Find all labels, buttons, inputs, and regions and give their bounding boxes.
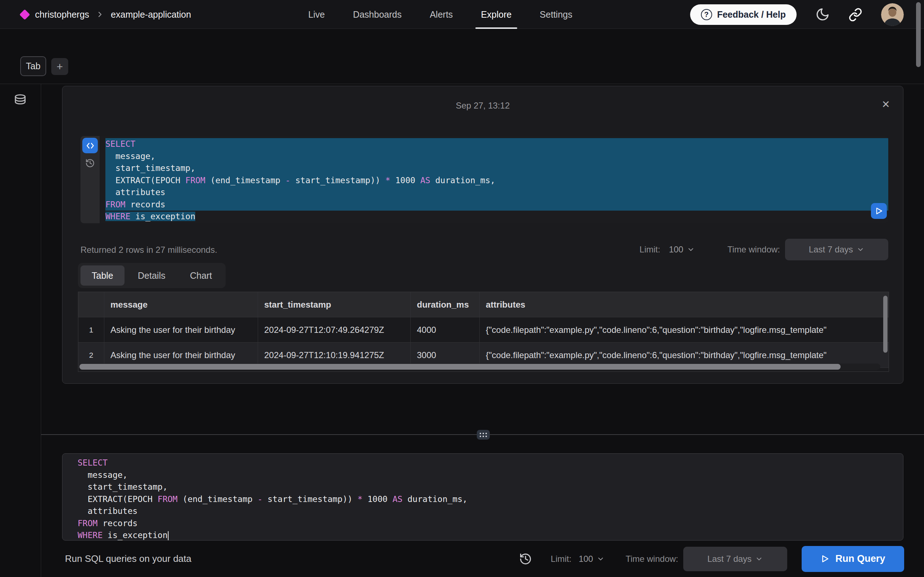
editor-scrollbar[interactable]: [916, 2, 921, 67]
history-icon: [519, 553, 532, 566]
limit-value: 100: [669, 245, 683, 255]
top-nav: christophergs example-application LiveDa…: [0, 0, 924, 29]
history-icon: [85, 158, 95, 168]
time-window-value: Last 7 days: [809, 245, 853, 255]
schema-panel-button[interactable]: [13, 93, 27, 108]
row-number: 1: [78, 318, 104, 342]
chevron-down-icon: [687, 246, 695, 253]
nav-item-explore[interactable]: Explore: [481, 0, 512, 29]
drag-handle-dots: [480, 433, 487, 437]
play-icon: [821, 554, 829, 563]
sql-line: SELECT: [78, 457, 903, 469]
view-tabs: TableDetailsChart: [78, 263, 226, 288]
query-run-timestamp: Sep 27, 13:12: [63, 101, 903, 111]
limit-label: Limit:: [551, 554, 571, 564]
table-horizontal-scrollbar-thumb[interactable]: [79, 364, 841, 370]
footer-bar: Run SQL queries on your data Limit: 100 …: [0, 541, 924, 577]
chevron-down-icon: [755, 555, 763, 563]
sql-line: start_timestamp,: [78, 481, 903, 493]
sql-line: SELECT: [105, 138, 888, 150]
nav-item-alerts[interactable]: Alerts: [430, 0, 453, 29]
database-icon: [13, 93, 27, 108]
column-header-start_timestamp[interactable]: start_timestamp: [258, 292, 411, 317]
query-status-text: Returned 2 rows in 27 milliseconds.: [81, 243, 217, 257]
results-table: messagestart_timestampduration_msattribu…: [78, 292, 889, 372]
share-link-button[interactable]: [848, 8, 862, 21]
breadcrumb-project[interactable]: example-application: [111, 10, 191, 20]
tabstrip-divider: [0, 84, 924, 84]
breadcrumb-chevron-icon: [96, 10, 104, 19]
add-tab-button[interactable]: +: [51, 58, 68, 75]
time-window-dropdown-footer[interactable]: Last 7 days: [683, 547, 787, 571]
link-icon: [848, 8, 862, 21]
sql-line: FROM records: [78, 517, 903, 530]
run-query-label: Run Query: [835, 553, 885, 564]
time-window-dropdown[interactable]: Last 7 days: [785, 239, 888, 260]
executed-query-sql[interactable]: SELECT message, start_timestamp, EXTRACT…: [100, 136, 888, 223]
table-body: 1Asking the user for their birthday2024-…: [78, 318, 888, 368]
table-row[interactable]: 1Asking the user for their birthday2024-…: [78, 318, 888, 343]
play-icon: [874, 206, 883, 215]
executed-query-block: SELECT message, start_timestamp, EXTRACT…: [81, 136, 888, 223]
sql-line: start_timestamp,: [105, 162, 888, 174]
run-query-icon-button[interactable]: [871, 203, 887, 219]
code-brackets-icon: [86, 141, 95, 150]
limit-label: Limit:: [640, 245, 660, 255]
breadcrumb: christophergs example-application: [21, 0, 191, 29]
view-tab-chart[interactable]: Chart: [179, 266, 223, 285]
avatar-photo: [881, 3, 904, 26]
sql-line: attributes: [105, 187, 888, 199]
view-tab-details[interactable]: Details: [127, 266, 176, 285]
sql-line: attributes: [78, 505, 903, 517]
editor-hint-text: Run SQL queries on your data: [65, 553, 191, 564]
table-header-row: messagestart_timestampduration_msattribu…: [78, 292, 888, 318]
column-header-message[interactable]: message: [104, 292, 258, 317]
column-header-attributes[interactable]: attributes: [480, 292, 888, 317]
query-result-card: Sep 27, 13:12 ✕ SELECT message, start_ti…: [62, 86, 903, 384]
time-window-value: Last 7 days: [708, 554, 752, 564]
sql-line: EXTRACT(EPOCH FROM (end_timestamp - star…: [78, 493, 903, 506]
query-history-button-footer[interactable]: [519, 553, 532, 566]
sql-line: WHERE is_exception: [105, 211, 888, 223]
close-icon[interactable]: ✕: [882, 98, 890, 110]
nav-actions: ? Feedback / Help: [690, 0, 904, 29]
time-window-label: Time window:: [625, 554, 678, 564]
column-header-duration_ms[interactable]: duration_ms: [411, 292, 480, 317]
code-icon-button[interactable]: [82, 138, 98, 153]
run-query-button[interactable]: Run Query: [802, 546, 904, 572]
query-gutter: [81, 136, 100, 223]
limit-value: 100: [578, 554, 593, 564]
table-vertical-scrollbar[interactable]: [883, 296, 888, 353]
footer-controls: Limit: 100 Time window: Last 7 days Run …: [519, 546, 904, 572]
query-history-button[interactable]: [85, 158, 95, 168]
logfire-logo-icon[interactable]: [19, 9, 30, 20]
row-number-header: [78, 292, 104, 317]
nav-item-live[interactable]: Live: [308, 0, 325, 29]
sql-editor-content[interactable]: SELECT message, start_timestamp, EXTRACT…: [78, 457, 903, 541]
nav-item-dashboards[interactable]: Dashboards: [353, 0, 402, 29]
limit-dropdown-footer[interactable]: 100: [578, 554, 604, 564]
dark-mode-toggle[interactable]: [815, 7, 830, 22]
app-root: christophergs example-application LiveDa…: [0, 0, 924, 577]
sql-editor[interactable]: SELECT message, start_timestamp, EXTRACT…: [62, 453, 903, 541]
table-horizontal-scrollbar[interactable]: [79, 364, 880, 370]
cell-attributes: {"code.filepath":"example.py","code.line…: [480, 318, 888, 342]
cell-duration_ms: 4000: [411, 318, 480, 342]
panel-resize-handle[interactable]: [477, 430, 490, 440]
sql-line: EXTRACT(EPOCH FROM (end_timestamp - star…: [105, 174, 888, 187]
cell-message: Asking the user for their birthday: [104, 318, 258, 342]
limit-dropdown[interactable]: 100: [669, 245, 695, 255]
nav-item-settings[interactable]: Settings: [540, 0, 572, 29]
sql-line: message,: [78, 469, 903, 482]
moon-icon: [815, 7, 830, 22]
feedback-help-button[interactable]: ? Feedback / Help: [690, 4, 796, 25]
feedback-help-label: Feedback / Help: [717, 10, 786, 20]
breadcrumb-org[interactable]: christophergs: [35, 10, 89, 20]
time-window-label: Time window:: [727, 245, 780, 255]
avatar[interactable]: [881, 3, 904, 26]
query-tab[interactable]: Tab: [20, 56, 46, 76]
chevron-down-icon: [856, 246, 864, 253]
sql-line: WHERE is_exception: [78, 529, 903, 541]
sql-line: message,: [105, 150, 888, 163]
view-tab-table[interactable]: Table: [81, 266, 124, 285]
